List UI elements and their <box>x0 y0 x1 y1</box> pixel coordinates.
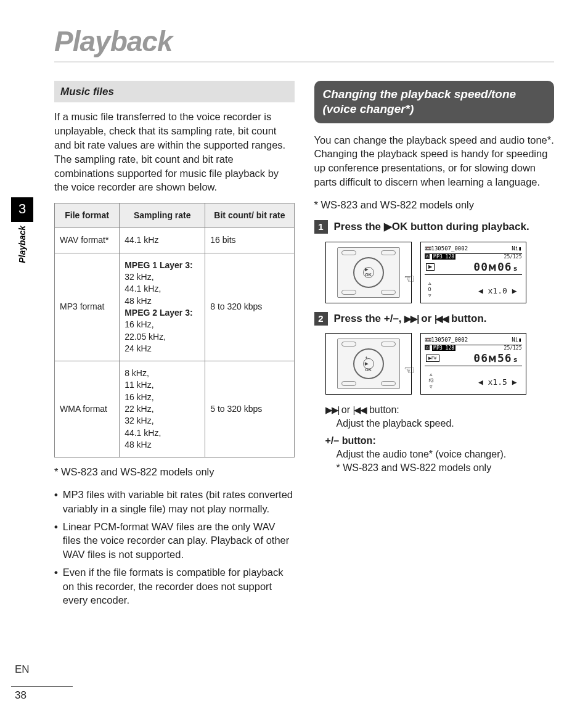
table-row: MP3 format MPEG 1 Layer 3: 32 kHz, 44.1 … <box>55 253 295 361</box>
language-code: EN <box>15 663 30 676</box>
scr-play-icon: ▶ <box>426 263 435 271</box>
mpeg1-rates: 32 kHz, 44.1 kHz, 48 kHz <box>125 272 161 306</box>
step1-illustration: ▶OK ☞ 📼130507_0002 Ni▮ 🅰 MP3 128 25/125 … <box>325 242 555 303</box>
step2-pre: Press the <box>334 313 384 324</box>
cell-rate: 44.1 kHz <box>120 228 205 253</box>
wav-note: * WS-823 and WS-822 models only <box>54 465 295 479</box>
scr-arrows-icon: ▵0▿ <box>428 281 431 299</box>
page-title: Playback <box>54 25 554 58</box>
cell-bits: 8 to 320 kbps <box>205 253 294 361</box>
title-rule <box>54 62 554 62</box>
step2-mid2: or <box>419 313 435 324</box>
speed-tone-callout: Changing the playback speed/tone (voice … <box>314 81 555 123</box>
fast-forward-icon: ▶▶| <box>325 404 339 415</box>
table-row: WAV format* 44.1 kHz 16 bits <box>55 228 295 253</box>
cell-rate: 8 kHz, 11 kHz, 16 kHz, 22 kHz, 32 kHz, 4… <box>120 361 205 458</box>
scr-file: 📼130507_0002 <box>425 336 468 343</box>
notes-list: MP3 files with variable bit rates (bit r… <box>54 488 295 607</box>
list-item: Even if the file formats is compatible f… <box>54 565 295 607</box>
rewind-icon: |◀◀ <box>435 313 448 324</box>
page-rule <box>11 686 73 687</box>
list-item: MP3 files with variable bit rates (bit r… <box>54 488 295 516</box>
mpeg2-rates: 16 kHz, 22.05 kHz, 24 kHz <box>125 319 166 353</box>
music-files-header: Music files <box>54 81 295 102</box>
bullet-text: Even if the file formats is compatible f… <box>63 565 295 607</box>
pointing-hand-icon: ☞ <box>404 362 415 379</box>
step1-post: button during playback. <box>407 221 529 232</box>
scr-fmt: 🅰 MP3 128 <box>425 253 456 260</box>
scr-time: 06ᴍ56ₛ <box>473 351 519 366</box>
cell-format: MP3 format <box>55 253 120 361</box>
model-note: * WS-823 and WS-822 models only <box>314 198 555 212</box>
step-number-icon: 1 <box>314 220 328 234</box>
desc-or: or <box>338 404 353 415</box>
button-descriptions: ▶▶| or |◀◀ button: Adjust the playback s… <box>325 403 555 475</box>
screen-illustration: 📼130507_0002 Ni▮ 🅰 MP3 128 25/125 ▶F# 06… <box>420 333 526 395</box>
right-column: Changing the playback speed/tone (voice … <box>314 81 555 611</box>
screen-illustration: 📼130507_0002 Ni▮ 🅰 MP3 128 25/125 ▶ 00ᴍ0… <box>420 242 526 303</box>
chapter-tab: 3 Playback <box>11 197 33 267</box>
table-row: WMA format 8 kHz, 11 kHz, 16 kHz, 22 kHz… <box>55 361 295 458</box>
chapter-number: 3 <box>11 197 33 222</box>
step-1: 1 Press the ▶OK button during playback. <box>314 220 555 234</box>
cell-format: WMA format <box>55 361 120 458</box>
step1-ok: OK <box>392 221 408 232</box>
scr-rate: ◀ x1.5 ▶ <box>478 377 517 388</box>
device-illustration: ▶OK ☞ <box>325 242 412 303</box>
speed-intro: You can change the playback speed and au… <box>314 133 555 189</box>
chapter-label: Playback <box>17 222 27 267</box>
page-number: 38 <box>15 689 27 702</box>
music-files-intro: If a music file transferred to the voice… <box>54 110 295 194</box>
mpeg1-label: MPEG 1 Layer 3: <box>125 260 193 270</box>
scr-batt: Ni▮ <box>512 245 521 252</box>
step-number-icon: 2 <box>314 312 328 326</box>
device-illustration: +▶OK ☞ <box>325 333 412 395</box>
bullet-text: MP3 files with variable bit rates (bit r… <box>63 488 295 516</box>
rewind-icon: |◀◀ <box>353 404 367 415</box>
scr-arrows-icon: ▵♯3▿ <box>428 372 434 390</box>
step-2-text: Press the +/–, ▶▶| or |◀◀ button. <box>334 312 487 326</box>
th-format: File format <box>55 203 120 228</box>
desc-tone-note: * WS-823 and WS-822 models only <box>337 461 555 475</box>
step-2: 2 Press the +/–, ▶▶| or |◀◀ button. <box>314 312 555 326</box>
th-bits: Bit count/ bit rate <box>205 203 294 228</box>
scr-play-icon: ▶F# <box>426 355 439 362</box>
fast-forward-icon: ▶▶| <box>404 313 418 324</box>
scr-file: 📼130507_0002 <box>425 245 468 252</box>
desc-tone-body: Adjust the audio tone* (voice changer). <box>337 448 555 461</box>
list-item: Linear PCM-format WAV files are the only… <box>54 520 295 562</box>
cell-bits: 5 to 320 kbps <box>205 361 294 458</box>
scr-batt: Ni▮ <box>512 336 521 343</box>
cell-rate: MPEG 1 Layer 3: 32 kHz, 44.1 kHz, 48 kHz… <box>120 253 205 361</box>
bullet-text: Linear PCM-format WAV files are the only… <box>63 520 295 562</box>
step2-illustration: +▶OK ☞ 📼130507_0002 Ni▮ 🅰 MP3 128 25/125… <box>325 333 555 395</box>
left-column: Music files If a music file transferred … <box>54 81 295 611</box>
step-1-text: Press the ▶OK button during playback. <box>334 220 529 234</box>
desc-ff-post: button: <box>366 404 399 415</box>
pm-label: +/– button: <box>325 435 376 446</box>
desc-speed-body: Adjust the playback speed. <box>337 417 555 430</box>
cell-format: WAV format* <box>55 228 120 253</box>
scr-rate: ◀ x1.0 ▶ <box>478 285 517 297</box>
scr-fmt: 🅰 MP3 128 <box>425 345 456 351</box>
step2-mid1: +/–, <box>384 313 405 324</box>
mpeg2-label: MPEG 2 Layer 3: <box>125 308 193 318</box>
th-rate: Sampling rate <box>120 203 205 228</box>
step2-post: button. <box>448 313 486 324</box>
pointing-hand-icon: ☞ <box>404 271 415 288</box>
scr-time: 00ᴍ06ₛ <box>473 260 519 275</box>
cell-bits: 16 bits <box>205 228 294 253</box>
format-table: File format Sampling rate Bit count/ bit… <box>54 203 295 458</box>
play-icon: ▶ <box>384 220 392 234</box>
step1-pre: Press the <box>334 221 384 232</box>
